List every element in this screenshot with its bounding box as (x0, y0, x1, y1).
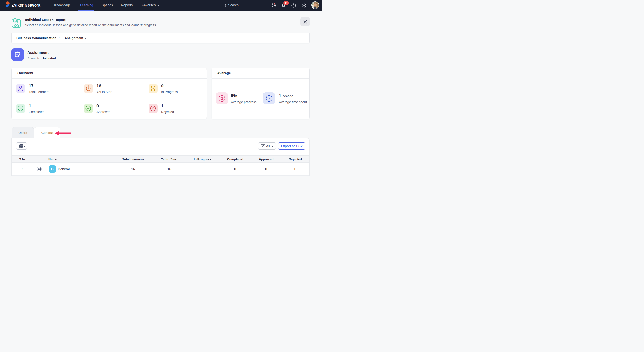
svg-text:11: 11 (285, 1, 288, 5)
